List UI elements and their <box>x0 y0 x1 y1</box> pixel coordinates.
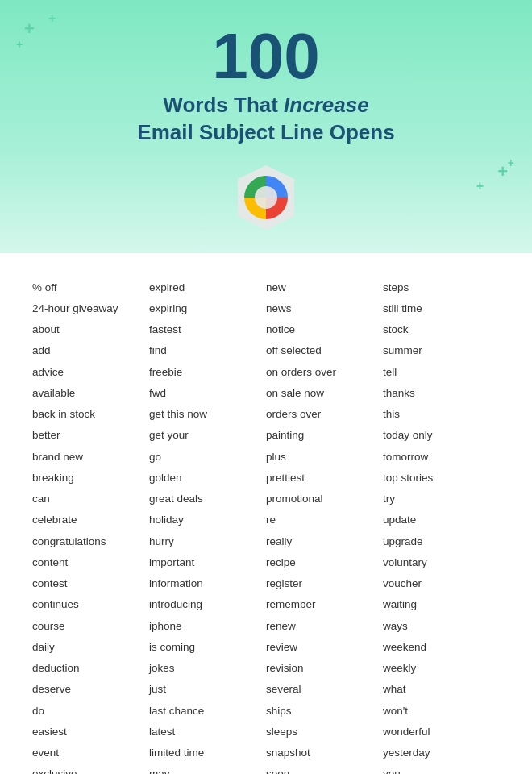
word-item-2-19: several <box>266 679 383 700</box>
word-item-0-23: exclusive <box>32 764 149 774</box>
word-item-3-16: ways <box>383 616 500 637</box>
word-item-1-17: is coming <box>149 637 266 658</box>
word-item-0-12: congratulations <box>32 531 149 552</box>
word-item-1-8: go <box>149 447 266 468</box>
svg-point-1 <box>255 186 277 209</box>
header-subtitle: Words That Increase Email Subject Line O… <box>137 92 394 147</box>
word-item-0-9: breaking <box>32 468 149 489</box>
plus-decoration-4: + <box>497 163 508 181</box>
word-item-2-20: ships <box>266 701 383 722</box>
word-item-2-3: off selected <box>266 340 383 361</box>
word-item-0-22: event <box>32 743 149 764</box>
word-item-2-10: promotional <box>266 489 383 510</box>
plus-decoration-1: + <box>24 20 35 38</box>
coschedule-hex-logo <box>230 161 302 234</box>
word-item-3-0: steps <box>383 277 500 298</box>
word-item-2-2: notice <box>266 319 383 340</box>
word-item-1-13: important <box>149 552 266 573</box>
word-item-2-22: snapshot <box>266 743 383 764</box>
word-item-1-10: great deals <box>149 489 266 510</box>
word-item-0-16: course <box>32 616 149 637</box>
word-item-2-11: re <box>266 510 383 531</box>
word-item-2-4: on orders over <box>266 362 383 383</box>
plus-decoration-3: + <box>16 39 23 50</box>
word-item-3-9: top stories <box>383 468 500 489</box>
word-item-3-23: you <box>383 764 500 774</box>
word-item-0-20: do <box>32 701 149 722</box>
word-item-3-8: tomorrow <box>383 447 500 468</box>
word-item-0-18: deduction <box>32 658 149 679</box>
word-item-3-5: thanks <box>383 383 500 404</box>
word-item-2-18: revision <box>266 658 383 679</box>
word-item-3-3: summer <box>383 340 500 361</box>
word-item-0-6: back in stock <box>32 404 149 425</box>
word-item-2-14: register <box>266 573 383 594</box>
word-item-3-1: still time <box>383 298 500 319</box>
word-item-3-11: update <box>383 510 500 531</box>
word-item-2-8: plus <box>266 447 383 468</box>
word-item-1-20: last chance <box>149 701 266 722</box>
word-item-3-15: waiting <box>383 594 500 615</box>
word-item-2-0: new <box>266 277 383 298</box>
word-item-1-21: latest <box>149 722 266 743</box>
word-grid: % off24-hour giveawayaboutaddadviceavail… <box>32 277 500 774</box>
word-item-0-4: advice <box>32 362 149 383</box>
logo-container <box>230 161 302 237</box>
word-column-3: newnewsnoticeoff selectedon orders overo… <box>266 277 383 774</box>
word-item-1-0: expired <box>149 277 266 298</box>
word-item-3-17: weekend <box>383 637 500 658</box>
word-item-2-6: orders over <box>266 404 383 425</box>
plus-decoration-6: + <box>508 157 514 169</box>
word-item-3-12: upgrade <box>383 531 500 552</box>
word-item-1-18: jokes <box>149 658 266 679</box>
header-section: + + + + + + 100 Words That Increase Emai… <box>0 0 532 253</box>
word-item-2-7: painting <box>266 425 383 446</box>
word-item-3-6: this <box>383 404 500 425</box>
word-item-1-14: information <box>149 573 266 594</box>
word-item-2-17: review <box>266 637 383 658</box>
word-item-0-11: celebrate <box>32 510 149 531</box>
word-item-0-5: available <box>32 383 149 404</box>
word-item-3-21: wonderful <box>383 722 500 743</box>
word-item-2-15: remember <box>266 594 383 615</box>
word-item-1-5: fwd <box>149 383 266 404</box>
word-item-0-14: contest <box>32 573 149 594</box>
word-item-2-12: really <box>266 531 383 552</box>
word-column-1: % off24-hour giveawayaboutaddadviceavail… <box>32 277 149 774</box>
word-item-1-4: freebie <box>149 362 266 383</box>
word-item-1-11: holiday <box>149 510 266 531</box>
word-item-0-7: better <box>32 425 149 446</box>
word-item-0-1: 24-hour giveaway <box>32 298 149 319</box>
word-item-0-2: about <box>32 319 149 340</box>
subtitle-line2: Email Subject Line Opens <box>137 120 394 144</box>
word-column-2: expiredexpiringfastestfindfreebiefwdget … <box>149 277 266 774</box>
word-item-0-19: deserve <box>32 679 149 700</box>
word-item-3-14: voucher <box>383 573 500 594</box>
word-item-1-7: get your <box>149 425 266 446</box>
word-column-4: stepsstill timestocksummertellthanksthis… <box>383 277 500 774</box>
content-section: % off24-hour giveawayaboutaddadviceavail… <box>0 253 532 774</box>
word-item-1-19: just <box>149 679 266 700</box>
word-item-1-2: fastest <box>149 319 266 340</box>
word-item-0-10: can <box>32 489 149 510</box>
word-item-2-23: soon <box>266 764 383 774</box>
word-item-1-6: get this now <box>149 404 266 425</box>
plus-decoration-5: + <box>476 180 484 193</box>
word-item-1-15: introducing <box>149 594 266 615</box>
plus-decoration-2: + <box>48 12 56 25</box>
word-item-3-4: tell <box>383 362 500 383</box>
word-item-0-21: easiest <box>32 722 149 743</box>
word-item-3-13: voluntary <box>383 552 500 573</box>
word-item-2-21: sleeps <box>266 722 383 743</box>
word-item-3-7: today only <box>383 425 500 446</box>
word-item-0-17: daily <box>32 637 149 658</box>
word-item-3-19: what <box>383 679 500 700</box>
word-item-3-10: try <box>383 489 500 510</box>
word-item-0-8: brand new <box>32 447 149 468</box>
word-item-3-2: stock <box>383 319 500 340</box>
word-item-2-1: news <box>266 298 383 319</box>
word-item-1-23: may <box>149 764 266 774</box>
word-item-2-16: renew <box>266 616 383 637</box>
word-item-0-3: add <box>32 340 149 361</box>
word-item-1-22: limited time <box>149 743 266 764</box>
